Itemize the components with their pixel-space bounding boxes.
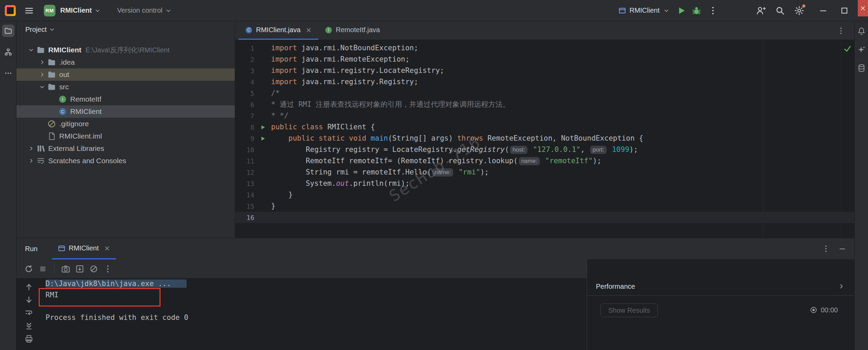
tree-item-label: RemoteItf (70, 95, 101, 103)
code-line[interactable]: 9 public static void main(String[] args)… (235, 133, 854, 144)
ai-assistant-icon[interactable] (857, 45, 866, 54)
close-icon (859, 5, 866, 12)
code-line[interactable]: 1import java.rmi.NotBoundException; (235, 42, 854, 54)
timer-value: 00:00 (821, 306, 838, 314)
chevron-right-icon[interactable] (37, 70, 47, 79)
chevron-down-icon (663, 7, 670, 14)
project-folder-button[interactable] (2, 25, 14, 37)
chevron-right-icon[interactable] (26, 144, 36, 153)
code-line[interactable]: 14 } (235, 189, 854, 200)
tree-item-.idea[interactable]: .idea (16, 56, 235, 68)
project-folder-icon (4, 27, 12, 35)
tree-item-RMIClient[interactable]: CRMIClient (16, 105, 235, 118)
code-line[interactable]: 10 Registry registry = LocateRegistry.ge… (235, 144, 854, 155)
code-with-me-button[interactable] (756, 5, 766, 16)
camera-icon[interactable] (61, 264, 71, 274)
chevron-right-icon[interactable] (26, 157, 36, 165)
code-line[interactable]: 15} (235, 200, 854, 212)
project-badge[interactable]: RM (44, 5, 55, 16)
tree-item-RMIClient.iml[interactable]: RMIClient.iml (16, 130, 235, 142)
close-tab-icon[interactable] (104, 245, 111, 252)
run-line-icon[interactable] (260, 135, 266, 142)
close-tab-icon[interactable] (305, 27, 312, 34)
tree-item-RemoteItf[interactable]: IRemoteItf (16, 93, 235, 105)
more-kebab-icon[interactable] (821, 244, 830, 253)
maximize-button[interactable] (839, 5, 850, 16)
code-line[interactable]: 2import java.rmi.RemoteException; (235, 54, 854, 65)
hide-panel-icon[interactable] (838, 244, 847, 253)
editor-tab-RMIClient.java[interactable]: CRMIClient.java (239, 21, 318, 40)
structure-button[interactable] (2, 46, 14, 58)
run-config-selector[interactable]: RMIClient (618, 7, 670, 15)
chevron-down-icon (94, 7, 101, 14)
project-switcher[interactable]: RMIClient (60, 7, 101, 14)
run-button[interactable] (676, 5, 687, 16)
editor-tab-options-button[interactable] (837, 26, 845, 35)
inspections-passed-icon[interactable] (843, 44, 852, 53)
gc-icon[interactable] (89, 264, 99, 274)
code-line[interactable]: 7* */ (235, 110, 854, 121)
tree-item-label: .gitignore (59, 120, 89, 128)
tree-item-.gitignore[interactable]: .gitignore (16, 118, 235, 130)
arrow-up-icon[interactable] (24, 282, 34, 291)
code-editor[interactable]: SecHub-716 1import java.rmi.NotBoundExce… (235, 40, 854, 238)
line-number: 9 (235, 135, 254, 142)
libraries-icon (36, 144, 45, 153)
console-line[interactable]: Process finished with exit code 0 (46, 312, 587, 323)
run-panel-header: Run RMIClient (16, 238, 854, 259)
chevron-down-icon[interactable] (37, 83, 47, 91)
chevron-down-icon[interactable] (26, 46, 36, 54)
show-results-button[interactable]: Show Results (600, 303, 658, 317)
printer-icon[interactable] (24, 334, 34, 343)
tree-item-src[interactable]: src (16, 81, 235, 93)
tree-item-out[interactable]: out (16, 68, 235, 81)
scroll-end-icon[interactable] (24, 321, 34, 330)
tree-item-Scratches and Consoles[interactable]: Scratches and Consoles (16, 155, 235, 167)
line-number: 1 (235, 44, 254, 52)
folder-icon (36, 46, 45, 54)
vcs-menu[interactable]: Version control (117, 7, 172, 14)
line-number: 16 (235, 214, 254, 221)
console-gutter (16, 278, 41, 350)
tree-item-label: .idea (59, 58, 75, 66)
class-icon: C (58, 107, 67, 116)
code-line[interactable]: 16 (235, 212, 854, 223)
kebab-icon[interactable] (103, 264, 113, 274)
code-line[interactable]: 12 String rmi = remoteItf.Hello(name: "r… (235, 167, 854, 178)
more-actions-button[interactable] (708, 5, 718, 16)
code-line[interactable]: 4import java.rmi.registry.Registry; (235, 76, 854, 88)
code-line[interactable]: 6* 通过 RMI 注册表查找远程对象的引用，并通过代理对象调用远程方法。 (235, 99, 854, 110)
search-everywhere-button[interactable] (775, 5, 785, 16)
arrow-down-icon[interactable] (24, 295, 34, 304)
chevron-right-icon[interactable] (837, 282, 845, 290)
performance-header[interactable]: Performance (587, 259, 854, 295)
stop-icon[interactable] (38, 264, 48, 274)
code-line[interactable]: 5/* (235, 88, 854, 99)
run-line-icon[interactable] (260, 124, 266, 130)
close-button[interactable] (858, 0, 868, 16)
code-line[interactable]: 13 System.out.println(rmi); (235, 178, 854, 189)
debug-button[interactable] (691, 5, 702, 16)
code-line[interactable]: 11 RemoteItf remoteItf= (RemoteItf) regi… (235, 155, 854, 167)
chevron-right-icon[interactable] (37, 58, 47, 66)
more-toolwindows-button[interactable] (2, 67, 14, 79)
intellij-logo-icon (5, 5, 16, 16)
notifications-bell-icon[interactable] (857, 27, 866, 36)
tab-label: RMIClient.java (256, 26, 301, 34)
code-line[interactable]: 3import java.rmi.registry.LocateRegistry… (235, 65, 854, 76)
editor-tab-RemoteItf.java[interactable]: IRemoteItf.java (318, 21, 386, 40)
settings-button[interactable] (794, 5, 804, 16)
tree-item-label: External Libraries (48, 144, 104, 153)
code-line[interactable]: 8public class RMIClient { (235, 121, 854, 133)
dump-icon[interactable] (75, 264, 85, 274)
tree-item-External Libraries[interactable]: External Libraries (16, 142, 235, 155)
rerun-icon[interactable] (24, 264, 34, 274)
soft-wrap-icon[interactable] (24, 308, 34, 317)
minimize-button[interactable] (818, 5, 828, 16)
database-icon[interactable] (857, 64, 866, 73)
project-panel-header[interactable]: Project (16, 21, 235, 38)
tree-item-RMIClient[interactable]: RMIClientE:\Java\反序列化\RMIClient (16, 44, 235, 56)
main-menu-button[interactable] (24, 5, 34, 16)
iml-icon (47, 132, 56, 141)
run-tab[interactable]: RMIClient (52, 238, 116, 259)
